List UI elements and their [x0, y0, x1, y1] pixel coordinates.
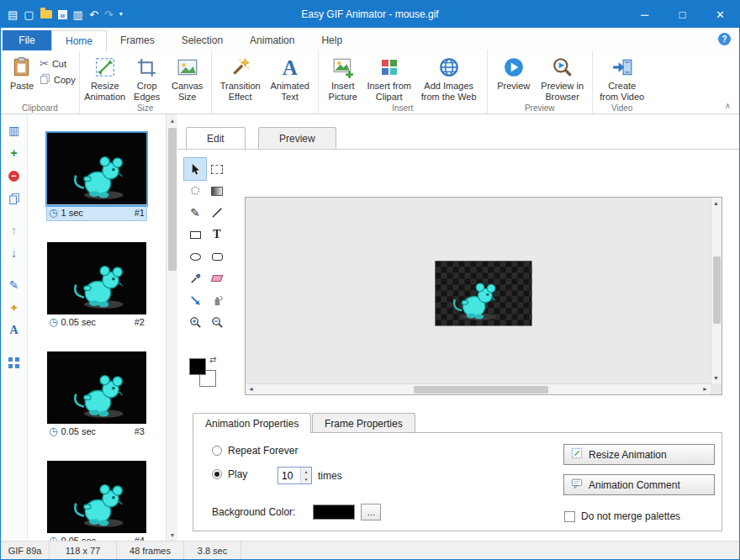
- freehand-select-tool[interactable]: [184, 180, 206, 202]
- transition-effect-button[interactable]: Transition Effect: [215, 54, 266, 103]
- tab-animation-properties[interactable]: Animation Properties: [193, 413, 311, 433]
- animation-comment-button[interactable]: Animation Comment: [563, 474, 715, 495]
- scrollbar-thumb[interactable]: [168, 128, 177, 271]
- open-file-icon[interactable]: [40, 10, 52, 18]
- canvas-size-button[interactable]: Canvas Size: [167, 54, 208, 103]
- tab-file[interactable]: File: [3, 30, 51, 50]
- scroll-down-icon[interactable]: ▼: [711, 372, 722, 383]
- repeat-forever-option[interactable]: Repeat Forever: [212, 445, 298, 457]
- export-icon[interactable]: ▥: [73, 9, 83, 20]
- add-frame-icon[interactable]: +: [6, 145, 23, 161]
- effects-wand-icon[interactable]: ✦: [6, 300, 23, 315]
- zoom-in-tool[interactable]: [184, 311, 206, 333]
- edit-canvas[interactable]: ▲ ▼ ◄ ►: [245, 197, 722, 395]
- gradient-fill-tool[interactable]: [206, 180, 228, 202]
- canvas-vertical-scrollbar[interactable]: ▲ ▼: [711, 198, 722, 383]
- delete-frame-icon[interactable]: −: [6, 168, 23, 183]
- repeat-forever-radio[interactable]: [212, 446, 222, 456]
- move-frame-up-icon[interactable]: ↑: [6, 223, 23, 238]
- frame-thumbnail[interactable]: [47, 351, 146, 424]
- background-color-picker-button[interactable]: ...: [361, 504, 381, 520]
- qat-customize-icon[interactable]: ▾: [119, 11, 123, 18]
- swap-colors-icon[interactable]: ⇄: [209, 355, 216, 364]
- tab-preview[interactable]: Preview: [258, 127, 336, 149]
- scroll-down-icon[interactable]: ▼: [166, 529, 178, 541]
- play-times-input[interactable]: [278, 468, 300, 483]
- marquee-select-tool[interactable]: [206, 158, 228, 180]
- undo-icon[interactable]: ↶: [89, 9, 98, 20]
- resize-animation-button[interactable]: Resize Animation: [83, 54, 127, 103]
- preview-in-browser-button[interactable]: Preview in Browser: [536, 54, 589, 103]
- scroll-left-icon[interactable]: ◄: [246, 383, 256, 394]
- duplicate-frame-icon[interactable]: [6, 191, 23, 206]
- insert-clipart-button[interactable]: Insert from Clipart: [364, 54, 415, 103]
- insert-picture-button[interactable]: Insert Picture: [322, 54, 364, 103]
- frame-item-3[interactable]: ◷ 0.05 sec #3: [45, 351, 148, 439]
- fill-tool[interactable]: [184, 289, 206, 311]
- spray-tool[interactable]: [206, 289, 228, 311]
- tab-frame-properties[interactable]: Frame Properties: [312, 413, 415, 433]
- pencil-tool[interactable]: ✎: [184, 202, 206, 224]
- scroll-up-icon[interactable]: ▲: [166, 114, 178, 126]
- new-file-icon[interactable]: ▢: [24, 9, 34, 20]
- resize-animation-panel-button[interactable]: Resize Animation: [563, 444, 715, 465]
- canvas-horizontal-scrollbar[interactable]: ◄ ►: [246, 383, 711, 394]
- tab-frames[interactable]: Frames: [107, 30, 168, 50]
- animated-text-button[interactable]: A Animated Text: [266, 54, 314, 103]
- save-icon[interactable]: [58, 10, 67, 19]
- frame-item-4[interactable]: ◷ 0.05 sec #4: [45, 461, 148, 541]
- scroll-right-icon[interactable]: ►: [700, 383, 711, 394]
- crop-edges-button[interactable]: Crop Edges: [127, 54, 167, 103]
- help-icon[interactable]: ?: [718, 33, 731, 45]
- spin-up-icon[interactable]: ▲: [301, 468, 311, 476]
- tab-animation[interactable]: Animation: [236, 30, 308, 50]
- close-button[interactable]: ✕: [701, 1, 739, 28]
- foreground-color-swatch[interactable]: [189, 358, 206, 375]
- scrollbar-thumb[interactable]: [414, 386, 548, 394]
- merge-palettes-option[interactable]: Do not merge palettes: [564, 510, 680, 522]
- play-radio[interactable]: [212, 469, 222, 479]
- frame-item-1[interactable]: ◷ 1 sec #1: [45, 133, 148, 220]
- spinner: ▲ ▼: [300, 468, 311, 483]
- frame-grid-view-icon[interactable]: [6, 355, 23, 370]
- play-option[interactable]: Play: [212, 468, 247, 480]
- minimize-button[interactable]: ─: [626, 1, 663, 28]
- maximize-button[interactable]: □: [663, 1, 701, 28]
- create-from-video-button[interactable]: Create from Video: [596, 54, 648, 103]
- scrollbar-thumb[interactable]: [713, 256, 721, 324]
- ellipse-tool[interactable]: [184, 246, 206, 267]
- rectangle-tool[interactable]: [184, 224, 206, 246]
- eyedropper-tool[interactable]: [184, 267, 206, 289]
- export-frames-icon[interactable]: ▥: [6, 123, 23, 138]
- zoom-out-tool[interactable]: [206, 311, 228, 333]
- frame-thumbnail[interactable]: [47, 133, 146, 205]
- paste-button[interactable]: Paste: [4, 54, 40, 93]
- frame-thumbnail[interactable]: [47, 461, 146, 533]
- gif-frame-image[interactable]: [436, 261, 532, 325]
- scroll-up-icon[interactable]: ▲: [711, 198, 722, 209]
- spin-down-icon[interactable]: ▼: [301, 476, 311, 484]
- tab-help[interactable]: Help: [308, 30, 356, 50]
- add-images-web-button[interactable]: Add Images from the Web: [415, 54, 484, 103]
- cut-button[interactable]: ✂ Cut: [40, 57, 76, 70]
- frame-thumbnail[interactable]: [47, 242, 146, 314]
- tab-edit[interactable]: Edit: [186, 127, 246, 149]
- edit-frame-icon[interactable]: ✎: [6, 277, 23, 293]
- move-frame-down-icon[interactable]: ↓: [6, 246, 23, 261]
- copy-button[interactable]: Copy: [40, 73, 76, 86]
- tab-home[interactable]: Home: [51, 30, 107, 50]
- eraser-tool[interactable]: [206, 267, 228, 289]
- frame-list-scrollbar[interactable]: ▲ ▼: [166, 114, 177, 541]
- background-color-value-swatch[interactable]: [313, 505, 355, 520]
- frame-text-icon[interactable]: A: [6, 323, 23, 338]
- frame-item-2[interactable]: ◷ 0.05 sec #2: [45, 242, 148, 330]
- merge-palettes-checkbox[interactable]: [564, 511, 575, 522]
- redo-icon[interactable]: ↷: [104, 9, 114, 20]
- select-tool[interactable]: [184, 158, 206, 180]
- line-tool[interactable]: [206, 202, 228, 224]
- tab-selection[interactable]: Selection: [168, 30, 236, 50]
- preview-button[interactable]: Preview: [491, 54, 536, 93]
- collapse-ribbon-icon[interactable]: ∧: [725, 101, 731, 110]
- text-tool[interactable]: T: [206, 224, 228, 246]
- rounded-rectangle-tool[interactable]: [206, 246, 228, 267]
